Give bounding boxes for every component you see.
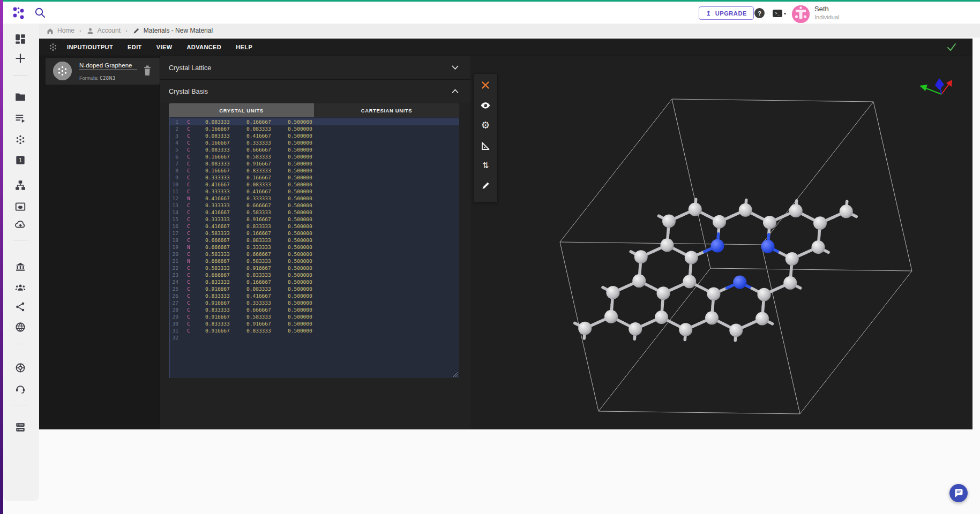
sidebar-item-dashboard[interactable] <box>14 33 26 45</box>
sidebar-item-wallpaper-images[interactable] <box>14 201 26 213</box>
coord-x: 0.083333 <box>205 132 230 139</box>
atom-C-31[interactable] <box>755 312 769 326</box>
share-icon <box>14 301 26 313</box>
element-symbol: C <box>187 132 190 139</box>
dashboard-icon <box>14 33 26 45</box>
sidebar-item-help-wheel[interactable] <box>14 362 26 374</box>
sidebar-item-cloud-upload[interactable] <box>14 218 26 230</box>
upgrade-label: UPGRADE <box>715 10 747 17</box>
atom-C-8[interactable] <box>604 310 618 323</box>
atom-C-30[interactable] <box>729 323 743 337</box>
coord-y: 0.416667 <box>246 188 271 195</box>
element-symbol: C <box>187 167 190 174</box>
search-icon[interactable] <box>33 6 47 20</box>
menu-item-edit[interactable]: EDIT <box>128 44 142 50</box>
trash-icon[interactable] <box>142 65 153 77</box>
chat-launcher-button[interactable] <box>949 484 968 502</box>
element-symbol: C <box>187 271 190 278</box>
atom-C-4[interactable] <box>661 238 674 252</box>
sidebar-item-materials-cluster[interactable] <box>14 134 26 146</box>
viewer-tool-import-export[interactable]: ⇅ <box>480 160 491 171</box>
user-menu[interactable]: Seth Individual <box>814 5 863 20</box>
coord-y: 0.583333 <box>246 209 271 216</box>
basis-coordinates-editor[interactable]: 1C0.0833330.1666670.5000002C0.1666670.08… <box>169 117 459 378</box>
saved-check-icon[interactable] <box>947 43 956 51</box>
viewer-tool-edit[interactable] <box>480 179 491 191</box>
atom-C-13[interactable] <box>656 286 670 300</box>
menu-item-advanced[interactable]: ADVANCED <box>186 44 221 50</box>
terminal-menu-button[interactable]: >_ ▾ <box>773 9 789 18</box>
close-icon <box>480 80 491 90</box>
atom-C-18[interactable] <box>789 204 803 217</box>
atom-C-26[interactable] <box>786 252 799 266</box>
atom-C-11[interactable] <box>685 251 698 264</box>
sidebar-item-support-headset[interactable] <box>14 382 26 394</box>
tab-crystal-units[interactable]: CRYSTAL UNITS <box>169 103 314 117</box>
atom-C-14[interactable] <box>683 275 696 288</box>
sidebar-item-workflows-tree[interactable] <box>14 179 26 191</box>
hex-dots-icon <box>48 42 58 52</box>
menu-item-help[interactable]: HELP <box>236 44 252 50</box>
atom-C-17[interactable] <box>763 216 776 229</box>
viewer-tool-measure[interactable] <box>480 140 491 152</box>
crystal-lattice-accordion[interactable]: Crystal Lattice <box>160 56 470 80</box>
sidebar-item-storage-dns[interactable] <box>14 421 26 433</box>
sidebar-item-organization-bank[interactable] <box>14 261 26 273</box>
atom-C-15[interactable] <box>629 322 642 336</box>
upgrade-button[interactable]: ↥ UPGRADE <box>699 6 754 20</box>
mat3ra-logo-icon[interactable] <box>11 5 27 21</box>
atom-C-22[interactable] <box>679 323 692 336</box>
coord-z: 0.500000 <box>288 223 312 230</box>
atom-C-24[interactable] <box>813 216 827 230</box>
atom-C-25[interactable] <box>840 205 853 218</box>
sidebar-item-unit-one[interactable]: 1 <box>14 154 26 166</box>
editor-resize-grip[interactable] <box>453 372 459 377</box>
atom-C-29[interactable] <box>783 276 797 290</box>
viewer-tool-close[interactable] <box>480 79 491 91</box>
menu-item-input-output[interactable]: INPUT/OUTPUT <box>67 44 113 50</box>
editor-line-14: 14C0.4166670.5833330.500000 <box>170 209 459 216</box>
user-avatar[interactable] <box>792 5 810 23</box>
help-button[interactable]: ? <box>754 8 765 18</box>
atom-C-1[interactable] <box>662 214 676 228</box>
breadcrumb-account[interactable]: Account <box>86 27 121 35</box>
tab-cartesian-units[interactable]: CARTESIAN UNITS <box>314 103 459 117</box>
structure-3d-viewer[interactable]: ⚙⇅ <box>470 56 972 429</box>
atom-C-2[interactable] <box>689 203 702 216</box>
sidebar-item-web-globe[interactable] <box>14 321 26 333</box>
viewer-tool-settings[interactable]: ⚙ <box>480 119 491 131</box>
atom-C-23[interactable] <box>705 311 719 324</box>
material-name-input[interactable] <box>79 62 137 70</box>
viewer-tool-visibility[interactable] <box>480 100 491 111</box>
jobs-list-icon <box>14 112 26 124</box>
sidebar-item-projects-folder[interactable] <box>14 91 26 103</box>
coord-z: 0.500000 <box>288 285 312 292</box>
atom-N-21[interactable] <box>733 276 746 289</box>
sidebar-item-team-group[interactable] <box>14 282 26 293</box>
atom-C-20[interactable] <box>707 287 720 300</box>
atom-N-12[interactable] <box>711 239 724 253</box>
atom-C-6[interactable] <box>632 274 646 288</box>
x-axis-arrow <box>946 80 952 87</box>
breadcrumb-home[interactable]: Home <box>46 27 74 35</box>
material-list-item[interactable]: Formula: C28N3 <box>46 58 160 85</box>
menu-item-view[interactable]: VIEW <box>156 44 173 50</box>
coord-x: 0.916667 <box>205 313 230 320</box>
chevron-up-icon <box>452 89 459 94</box>
atom-C-3[interactable] <box>634 250 648 263</box>
sidebar-item-share[interactable] <box>14 301 26 313</box>
atom-C-10[interactable] <box>739 203 752 217</box>
crystal-basis-accordion[interactable]: Crystal Basis <box>160 80 470 103</box>
axes-orientation-gizmo[interactable] <box>919 78 952 94</box>
atom-C-7[interactable] <box>578 322 592 335</box>
sidebar-item-jobs-list[interactable] <box>14 112 26 124</box>
line-number: 7 <box>170 160 178 167</box>
sidebar-item-add-new[interactable] <box>14 52 26 64</box>
atom-C-16[interactable] <box>655 311 668 324</box>
atom-C-5[interactable] <box>606 286 619 299</box>
atom-C-27[interactable] <box>812 240 825 254</box>
element-symbol: C <box>187 209 190 216</box>
atom-C-9[interactable] <box>713 215 726 229</box>
atom-C-28[interactable] <box>757 288 770 301</box>
atom-N-19[interactable] <box>761 240 775 253</box>
